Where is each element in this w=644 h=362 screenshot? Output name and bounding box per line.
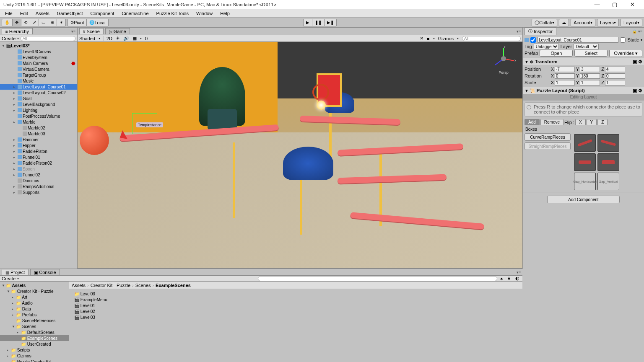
prefab-open-button[interactable]: Open xyxy=(540,50,573,57)
puzzle-menu-icon[interactable]: ▣ ⚙ xyxy=(633,88,642,93)
menu-assets[interactable]: Assets xyxy=(32,10,53,17)
project-folder-tree[interactable]: ▼📁 Assets▼📁 Creator Kit - Puzzle▸📁 Art▸📁… xyxy=(0,282,69,362)
asset-level03[interactable]: 🎬 Level03 xyxy=(71,314,521,320)
flip-x-button[interactable]: X xyxy=(575,119,586,125)
scene-camera-icon[interactable]: ■ xyxy=(427,36,430,41)
layer-dropdown[interactable]: Default xyxy=(574,44,599,49)
hierarchy-item-leveluicanvas[interactable]: LevelUICanvas xyxy=(0,49,77,54)
folder-usercreated[interactable]: 📁 UserCreated xyxy=(0,341,69,347)
folder-gizmos[interactable]: ▸📁 Gizmos xyxy=(0,353,69,359)
hierarchy-item-supports[interactable]: ▸Supports xyxy=(0,189,77,195)
hierarchy-item-postprocessvolume[interactable]: PostProcessVolume xyxy=(0,113,77,119)
move-tool[interactable]: ✥ xyxy=(12,19,21,26)
project-hidden-icon[interactable]: ◐ xyxy=(514,276,521,281)
rotate-tool[interactable]: ⟲ xyxy=(21,19,30,26)
menu-file[interactable]: File xyxy=(2,10,16,17)
hierarchy-item-virtualcamera[interactable]: VirtualCamera xyxy=(0,66,77,72)
hierarchy-search[interactable] xyxy=(21,36,75,41)
layers-dropdown[interactable]: Layers ▾ xyxy=(597,19,619,26)
folder-puzzle-creator-kit[interactable]: 📁 Puzzle Creator Kit xyxy=(0,359,69,362)
hierarchy-item-funnel02[interactable]: ▸Funnel02 xyxy=(0,172,77,178)
step-button[interactable]: ▶❚ xyxy=(324,19,337,26)
menu-puzzlekit[interactable]: Puzzle Kit Tools xyxy=(153,10,192,17)
folder-examplescenes[interactable]: 📁 ExampleScenes xyxy=(0,335,69,341)
folder-prefabs[interactable]: ▸📁 Prefabs xyxy=(0,312,69,318)
hierarchy-item-marble[interactable]: ▸Marble xyxy=(0,119,77,125)
hierarchy-item-funnel01[interactable]: ▸Funnel01 xyxy=(0,154,77,160)
shading-mode[interactable]: Shaded xyxy=(79,36,95,41)
scl-y[interactable] xyxy=(580,80,600,85)
asset-level02[interactable]: 🎬 Level02 xyxy=(71,308,521,314)
hierarchy-item-levellayout_course01[interactable]: ▸LevelLayout_Course01 xyxy=(0,84,77,90)
hierarchy-item-goal[interactable]: ▸Goal xyxy=(0,96,77,101)
inspector-menu-icon[interactable]: 🔒 ▾≡ xyxy=(632,29,644,34)
piece-thumb-1[interactable] xyxy=(574,134,596,152)
project-assets-list[interactable]: 📁 Level03🎬 ExampleMenu🎬 Level01🎬 Level02… xyxy=(69,289,522,362)
pos-y[interactable] xyxy=(580,67,600,72)
rot-z[interactable] xyxy=(605,73,625,79)
hierarchy-tree[interactable]: ▼ 🎬 Level03*LevelUICanvasEventSystemMain… xyxy=(0,42,77,269)
hierarchy-item-dominos[interactable]: Dominos xyxy=(0,178,77,184)
hierarchy-item-music[interactable]: Music xyxy=(0,78,77,84)
hierarchy-item-eventsystem[interactable]: EventSystem xyxy=(0,54,77,60)
fx-toggle[interactable]: ▦ xyxy=(132,36,137,41)
inspector-tab[interactable]: ⓘ Inspector xyxy=(525,28,556,35)
menu-help[interactable]: Help xyxy=(217,10,233,17)
scl-x[interactable] xyxy=(555,80,575,85)
scene-tab[interactable]: # Scene xyxy=(79,28,104,34)
folder-scripts[interactable]: ▸📁 Scripts xyxy=(0,347,69,353)
pos-z[interactable] xyxy=(605,67,625,72)
rect-tool[interactable]: ▭ xyxy=(39,19,48,26)
folder-creator-kit---puzzle[interactable]: ▼📁 Creator Kit - Puzzle xyxy=(0,288,69,294)
hierarchy-item-lighting[interactable]: ▸Lighting xyxy=(0,107,77,113)
layout-dropdown[interactable]: Layout ▾ xyxy=(621,19,642,26)
menu-cinemachine[interactable]: Cinemachine xyxy=(118,10,152,17)
curve-pieces-button[interactable]: CurveRampPieces xyxy=(525,133,571,141)
audio-toggle[interactable]: 🔊 xyxy=(123,36,129,41)
project-create[interactable]: Create xyxy=(2,276,16,281)
hierarchy-item-main camera[interactable]: Main Camera⬣ xyxy=(0,60,77,66)
account-dropdown[interactable]: Account ▾ xyxy=(571,19,595,26)
close-button[interactable]: ✕ xyxy=(624,0,641,9)
menu-window[interactable]: Window xyxy=(193,10,216,17)
hierarchy-item-targetgroup[interactable]: TargetGroup xyxy=(0,72,77,78)
folder-defaultscenes[interactable]: ▸📁 DefaultScenes xyxy=(0,329,69,335)
2d-toggle[interactable]: 2D xyxy=(104,36,112,41)
remove-button[interactable]: Remove xyxy=(540,119,564,125)
gap-vertical-thumb[interactable]: Gap_Vertical xyxy=(597,173,619,190)
play-button[interactable]: ▶ xyxy=(303,19,312,26)
hierarchy-item-marble02[interactable]: Marble02 xyxy=(0,125,77,131)
rot-y[interactable] xyxy=(580,73,600,79)
hierarchy-item-rampsadditional[interactable]: ▸RampsAdditional xyxy=(0,184,77,189)
transform-help-icon[interactable]: ▣ ⚙ xyxy=(633,59,642,65)
folder-data[interactable]: ▸📁 Data xyxy=(0,306,69,312)
project-tab[interactable]: ▤ Project xyxy=(2,269,29,275)
hand-tool[interactable]: ✋ xyxy=(2,19,12,26)
asset-level03[interactable]: 📁 Level03 xyxy=(71,291,521,297)
project-menu-icon[interactable]: ▾≡ xyxy=(517,270,522,274)
static-checkbox[interactable] xyxy=(620,37,626,43)
piece-thumb-3[interactable] xyxy=(574,153,596,171)
flip-y-button[interactable]: Y xyxy=(587,119,597,125)
cloud-button[interactable]: ☁ xyxy=(559,19,569,26)
folder-art[interactable]: ▸📁 Art xyxy=(0,294,69,300)
gap-horizontal-thumb[interactable]: Gap_Horizontal xyxy=(574,173,596,190)
crumb-3[interactable]: ExampleScenes xyxy=(156,283,191,288)
game-tab[interactable]: ▷ Game xyxy=(105,28,130,34)
scene-search[interactable] xyxy=(462,36,521,41)
gizmos-dropdown[interactable]: Gizmos xyxy=(438,36,454,41)
collab-dropdown[interactable]: ◯ Collab ▾ xyxy=(532,19,557,26)
scl-z[interactable] xyxy=(605,80,625,85)
pos-x[interactable] xyxy=(555,67,575,72)
crumb-1[interactable]: Creator Kit - Puzzle xyxy=(91,283,130,288)
hierarchy-item-levelbackground[interactable]: ▸LevelBackground xyxy=(0,101,77,107)
folder-scenes[interactable]: ▼📁 Scenes xyxy=(0,323,69,329)
orientation-gizmo[interactable]: y x Persp xyxy=(491,46,516,71)
asset-examplemenu[interactable]: 🎬 ExampleMenu xyxy=(71,297,521,303)
folder-audio[interactable]: ▸📁 Audio xyxy=(0,300,69,306)
menu-component[interactable]: Component xyxy=(87,10,117,17)
gizmo-toggle-0[interactable]: 0 xyxy=(145,36,148,41)
console-tab[interactable]: ▣ Console xyxy=(30,269,60,275)
add-button[interactable]: Add xyxy=(525,119,540,125)
transform-tool[interactable]: ⊕ xyxy=(48,19,57,26)
